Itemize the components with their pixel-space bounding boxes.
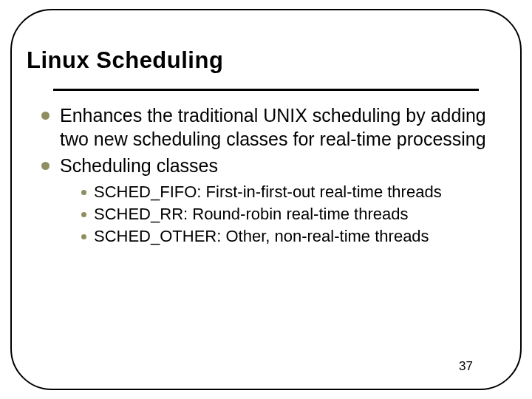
sub-bullet-text: SCHED_RR: Round-robin real-time threads	[94, 204, 409, 225]
sub-bullet-text: SCHED_OTHER: Other, non-real-time thread…	[94, 226, 429, 247]
bullet-level1: Scheduling classes	[41, 154, 497, 177]
slide-content: Enhances the traditional UNIX scheduling…	[41, 103, 497, 248]
bullet-dot-icon	[41, 112, 50, 120]
bullet-level2: SCHED_RR: Round-robin real-time threads	[81, 204, 497, 225]
slide: Linux Scheduling Enhances the traditiona…	[0, 0, 532, 399]
sub-bullet-dot-icon	[81, 234, 86, 239]
sub-bullet-dot-icon	[81, 212, 86, 217]
bullet-text: Scheduling classes	[60, 154, 218, 177]
title-divider	[53, 89, 479, 91]
bullet-level2: SCHED_OTHER: Other, non-real-time thread…	[81, 226, 497, 247]
slide-title: Linux Scheduling	[27, 47, 223, 74]
bullet-dot-icon	[41, 162, 50, 170]
bullet-level1: Enhances the traditional UNIX scheduling…	[41, 103, 497, 151]
page-number: 37	[459, 359, 473, 374]
bullet-level2: SCHED_FIFO: First-in-first-out real-time…	[81, 182, 497, 202]
bullet-text: Enhances the traditional UNIX scheduling…	[60, 103, 497, 151]
sub-bullet-text: SCHED_FIFO: First-in-first-out real-time…	[94, 182, 442, 202]
sub-bullet-list: SCHED_FIFO: First-in-first-out real-time…	[81, 182, 497, 247]
sub-bullet-dot-icon	[81, 190, 86, 195]
